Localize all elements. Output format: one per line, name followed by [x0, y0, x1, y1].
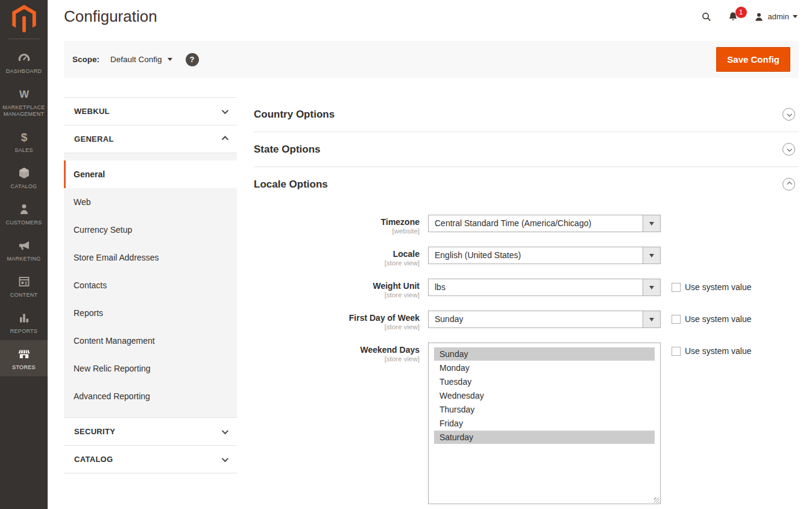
sidebar-item-label: MARKETING: [7, 256, 40, 262]
marketplace-w-icon: W: [16, 86, 32, 102]
chevron-down-icon: [787, 147, 792, 151]
search-icon: [700, 11, 713, 23]
help-icon[interactable]: ?: [186, 53, 199, 66]
config-nav-section-catalog[interactable]: CATALOG: [64, 446, 237, 473]
marketing-megaphone-icon: [16, 238, 32, 253]
config-nav: WEBKUL GENERAL General Web Currency Setu…: [64, 97, 237, 473]
use-system-value-checkbox[interactable]: [672, 283, 681, 292]
use-system-value-checkbox[interactable]: [672, 347, 681, 356]
resize-handle[interactable]: [654, 498, 659, 503]
timezone-select[interactable]: Central Standard Time (America/Chicago): [428, 215, 661, 232]
field-row-weekend-days: Weekend Days [store view] Sunday Monday …: [254, 343, 799, 504]
field-label: Locale [store view]: [254, 247, 428, 267]
section-title: CATALOG: [74, 455, 113, 464]
multiselect-option-friday[interactable]: Friday: [434, 417, 655, 430]
use-system-value-label: Use system value: [685, 314, 751, 324]
config-nav-section-webkul[interactable]: WEBKUL: [64, 98, 237, 125]
dashboard-gauge-icon: [16, 50, 32, 66]
sidebar-divider: [8, 39, 40, 39]
sidebar-item-label: MARKETPLACE MANAGEMENT: [2, 104, 46, 118]
config-nav-item-contacts[interactable]: Contacts: [64, 271, 237, 299]
scope-selector[interactable]: Default Config: [110, 55, 172, 64]
locale-select[interactable]: English (United States): [428, 247, 661, 264]
section-title: State Options: [254, 144, 321, 156]
config-nav-item-new-relic-reporting[interactable]: New Relic Reporting: [64, 355, 237, 382]
magento-logo[interactable]: [0, 0, 48, 33]
field-scope-hint: [store view]: [254, 291, 420, 299]
notifications-button[interactable]: 1: [727, 11, 739, 23]
user-avatar-icon: [754, 11, 764, 22]
page: Configuration 1 admin Scope: Default Con…: [48, 0, 812, 509]
use-system-value-label: Use system value: [685, 346, 751, 356]
field-label-text: Locale: [254, 249, 420, 259]
use-system-value-option: Use system value: [672, 279, 751, 292]
field-scope-hint: [store view]: [254, 355, 420, 362]
field-row-weight-unit: Weight Unit [store view] lbs Use system …: [254, 279, 799, 299]
collapse-toggle[interactable]: [782, 108, 795, 121]
section-locale-options[interactable]: Locale Options: [254, 167, 799, 201]
field-control: Sunday Monday Tuesday Wednesday Thursday…: [428, 343, 661, 504]
main-panel: Country Options State Options Locale Opt…: [254, 97, 799, 509]
sidebar-item-label: DASHBOARD: [6, 68, 42, 75]
sidebar-item-marketing[interactable]: MARKETING: [0, 232, 48, 268]
first-day-of-week-select[interactable]: Sunday: [428, 311, 661, 328]
select-value: Sunday: [429, 311, 469, 327]
sales-dollar-icon: $: [16, 129, 32, 145]
sidebar-item-label: CONTENT: [10, 292, 38, 299]
field-label-text: Weekend Days: [254, 345, 420, 355]
weekend-days-multiselect[interactable]: Sunday Monday Tuesday Wednesday Thursday…: [428, 343, 661, 504]
save-config-button[interactable]: Save Config: [716, 47, 790, 72]
sidebar-item-catalog[interactable]: CATALOG: [0, 159, 48, 195]
select-value: English (United States): [429, 247, 527, 264]
multiselect-option-monday[interactable]: Monday: [434, 361, 655, 375]
config-nav-item-advanced-reporting[interactable]: Advanced Reporting: [64, 382, 237, 410]
config-nav-item-web[interactable]: Web: [64, 188, 237, 216]
section-title: SECURITY: [74, 427, 115, 436]
admin-user-menu[interactable]: admin: [754, 11, 798, 22]
select-dropdown-button: [643, 247, 660, 264]
config-nav-section-security[interactable]: SECURITY: [64, 418, 237, 446]
chevron-down-icon: [222, 427, 228, 434]
locale-options-form: Timezone [website] Central Standard Time…: [254, 215, 799, 504]
field-control: Central Standard Time (America/Chicago): [428, 215, 661, 232]
sidebar-item-marketplace-management[interactable]: W MARKETPLACE MANAGEMENT: [0, 80, 48, 123]
config-nav-section-general[interactable]: GENERAL: [64, 125, 237, 153]
collapse-toggle[interactable]: [782, 178, 795, 191]
scope-controls: Scope: Default Config ?: [72, 53, 199, 66]
chevron-down-icon: [222, 107, 228, 113]
admin-sidebar: DASHBOARD W MARKETPLACE MANAGEMENT $ SAL…: [0, 0, 48, 509]
scope-value: Default Config: [110, 55, 162, 64]
multiselect-option-wednesday[interactable]: Wednesday: [434, 389, 655, 402]
multiselect-option-saturday[interactable]: Saturday: [434, 431, 655, 444]
sidebar-item-reports[interactable]: REPORTS: [0, 304, 48, 340]
select-value: Central Standard Time (America/Chicago): [429, 215, 597, 232]
section-state-options[interactable]: State Options: [254, 132, 799, 167]
sidebar-item-customers[interactable]: CUSTOMERS: [0, 195, 48, 232]
weight-unit-select[interactable]: lbs: [428, 279, 661, 296]
multiselect-option-tuesday[interactable]: Tuesday: [434, 375, 655, 388]
config-nav-item-content-management[interactable]: Content Management: [64, 327, 237, 355]
stores-storefront-icon: [16, 346, 32, 362]
chevron-up-icon: [787, 182, 792, 186]
config-nav-item-reports[interactable]: Reports: [64, 299, 237, 327]
sidebar-item-dashboard[interactable]: DASHBOARD: [0, 44, 48, 80]
config-nav-item-general[interactable]: General: [64, 160, 237, 188]
layout: WEBKUL GENERAL General Web Currency Setu…: [64, 97, 799, 509]
select-dropdown-button: [643, 279, 660, 296]
sidebar-item-sales[interactable]: $ SALES: [0, 123, 48, 159]
sidebar-item-content[interactable]: CONTENT: [0, 268, 48, 304]
field-label: Weekend Days [store view]: [254, 343, 428, 362]
section-country-options[interactable]: Country Options: [254, 97, 799, 132]
config-nav-item-store-email-addresses[interactable]: Store Email Addresses: [64, 244, 237, 271]
page-header: Configuration 1 admin: [48, 0, 812, 33]
collapse-toggle[interactable]: [782, 143, 795, 156]
sidebar-item-label: REPORTS: [10, 328, 37, 335]
multiselect-option-sunday[interactable]: Sunday: [434, 347, 655, 361]
use-system-value-checkbox[interactable]: [672, 315, 681, 324]
search-button[interactable]: [700, 11, 713, 23]
sidebar-item-stores[interactable]: STORES: [0, 340, 48, 376]
config-nav-item-currency-setup[interactable]: Currency Setup: [64, 216, 237, 244]
select-dropdown-button: [643, 215, 660, 232]
multiselect-option-thursday[interactable]: Thursday: [434, 403, 655, 416]
scope-bar: Scope: Default Config ? Save Config: [64, 41, 799, 78]
